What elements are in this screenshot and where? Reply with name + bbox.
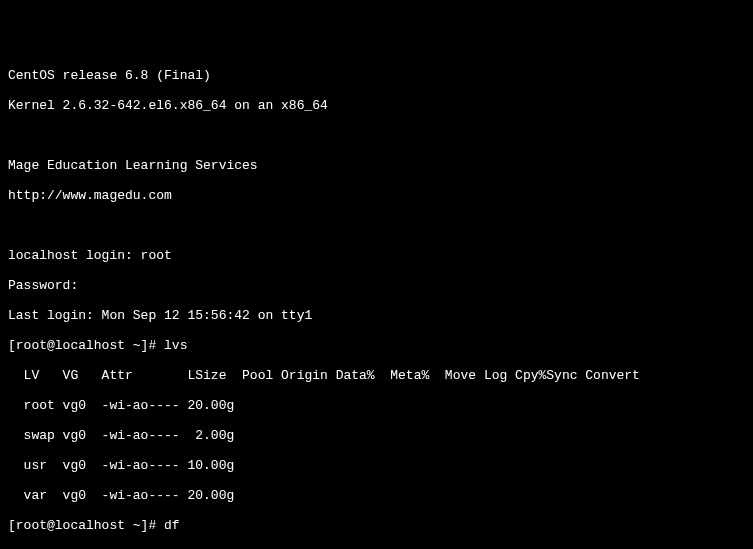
org-line: Mage Education Learning Services <box>8 158 745 173</box>
shell-prompt-lvs[interactable]: [root@localhost ~]# lvs <box>8 338 745 353</box>
kernel-line: Kernel 2.6.32-642.el6.x86_64 on an x86_6… <box>8 98 745 113</box>
blank-line <box>8 128 745 143</box>
lvs-row: swap vg0 -wi-ao---- 2.00g <box>8 428 745 443</box>
lvs-row: root vg0 -wi-ao---- 20.00g <box>8 398 745 413</box>
lvs-row: var vg0 -wi-ao---- 20.00g <box>8 488 745 503</box>
password-prompt: Password: <box>8 278 745 293</box>
blank-line <box>8 218 745 233</box>
lvs-header: LV VG Attr LSize Pool Origin Data% Meta%… <box>8 368 745 383</box>
os-release-line: CentOS release 6.8 (Final) <box>8 68 745 83</box>
login-prompt: localhost login: root <box>8 248 745 263</box>
last-login-line: Last login: Mon Sep 12 15:56:42 on tty1 <box>8 308 745 323</box>
shell-prompt-df[interactable]: [root@localhost ~]# df <box>8 518 745 533</box>
url-line: http://www.magedu.com <box>8 188 745 203</box>
lvs-row: usr vg0 -wi-ao---- 10.00g <box>8 458 745 473</box>
